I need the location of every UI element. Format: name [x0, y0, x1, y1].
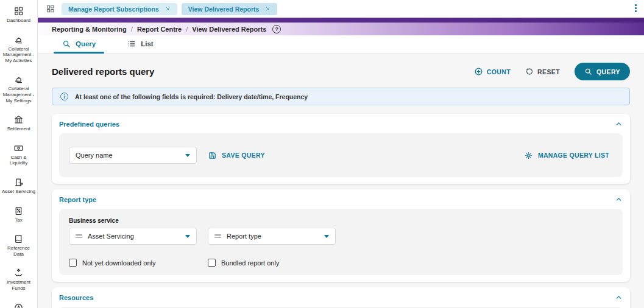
report-type-placeholder: Report type [227, 233, 319, 240]
collapse-chevron-up-icon[interactable] [615, 195, 623, 203]
query-button-label: QUERY [596, 68, 620, 75]
sidebar-item-label: Settlement [7, 126, 30, 132]
drag-handle-icon [214, 234, 221, 238]
sidebar-item-label: Dashboard [7, 18, 30, 24]
view-tabs: Query List [38, 35, 644, 54]
info-icon: i [60, 93, 68, 100]
bundled-report-checkbox-row[interactable]: Bundled report only [208, 259, 347, 267]
query-name-dropdown[interactable]: Query name [69, 147, 197, 164]
query-button[interactable]: QUERY [575, 63, 630, 80]
save-query-button[interactable]: SAVE QUERY [208, 151, 265, 160]
list-icon [127, 40, 136, 48]
sidebar-item-tax[interactable]: Tax [1, 203, 37, 226]
tax-document-icon [13, 206, 24, 216]
sidebar-item-label: Tax [15, 217, 22, 223]
collapse-chevron-up-icon[interactable] [615, 293, 623, 301]
sidebar-item-label: Asset Servicing [2, 189, 35, 195]
page-title: Delivered reports query [52, 66, 154, 77]
top-tab-bar: Manage Report Subscriptions View Deliver… [38, 0, 644, 18]
business-service-dropdown[interactable]: Asset Servicing [69, 228, 197, 245]
query-actions: COUNT RESET QUERY [474, 63, 630, 80]
door-plus-icon [13, 177, 24, 187]
reset-button-label: RESET [537, 68, 560, 75]
sidebar-item-dashboard[interactable]: Dashboard [1, 4, 37, 26]
report-type-dropdown[interactable]: Report type [208, 228, 336, 245]
save-icon [208, 151, 217, 160]
sidebar-item-label: Collateral Management - My Settings [2, 86, 36, 103]
reset-button[interactable]: RESET [525, 68, 560, 76]
dashboard-icon [13, 6, 24, 16]
bank-icon [13, 114, 24, 125]
kebab-menu-icon[interactable] [635, 4, 637, 12]
search-icon [584, 68, 592, 75]
business-service-label: Business service [69, 217, 613, 224]
breadcrumb-item[interactable]: Reporting & Monitoring [52, 26, 127, 33]
page-header: Delivered reports query COUNT RESET QUER… [52, 63, 630, 80]
close-icon[interactable] [165, 6, 171, 12]
business-service-value: Asset Servicing [88, 233, 180, 240]
report-type-panel: Business service Asset Servicing Report … [59, 209, 623, 275]
reset-icon [525, 68, 534, 76]
predefined-queries-title: Predefined queries [59, 121, 119, 128]
drag-handle-icon [76, 234, 82, 238]
count-button[interactable]: COUNT [474, 67, 511, 76]
breadcrumb: Reporting & Monitoring / Report Centre /… [38, 23, 644, 35]
predefined-queries-panel: Query name SAVE QUERY MANAGE QUERY LIST [59, 133, 623, 177]
report-type-card: Report type Business service Asset Servi… [52, 189, 630, 282]
caret-down-icon [185, 154, 190, 157]
help-icon[interactable]: ? [272, 25, 281, 33]
tab-label: View Delivered Reports [188, 5, 260, 13]
sidebar-item-asset-servicing[interactable]: Asset Servicing [1, 175, 37, 197]
plus-circle-icon [474, 67, 483, 76]
resources-card: Resources [52, 287, 630, 308]
collapse-chevron-up-icon[interactable] [615, 120, 623, 128]
compass-icon [13, 303, 24, 308]
sidebar-item-settlement[interactable]: Settlement [1, 112, 37, 135]
not-yet-downloaded-checkbox-row[interactable]: Not yet downloaded only [69, 259, 208, 267]
query-name-placeholder: Query name [76, 152, 180, 159]
breadcrumb-item-current: View Delivered Reports [192, 26, 266, 33]
manage-query-list-label: MANAGE QUERY LIST [538, 152, 609, 159]
collateral-house-icon [13, 74, 24, 85]
tab-query-label: Query [76, 40, 96, 47]
breadcrumb-bar: Reporting & Monitoring / Report Centre /… [38, 18, 644, 35]
not-yet-downloaded-label: Not yet downloaded only [82, 259, 155, 267]
collateral-house-icon [13, 35, 24, 45]
caret-down-icon [185, 235, 190, 238]
app-window: Dashboard Collateral Management - My Act… [0, 0, 644, 308]
report-type-title: Report type [59, 196, 96, 203]
tab-manage-report-subscriptions[interactable]: Manage Report Subscriptions [62, 3, 177, 15]
bundled-report-label: Bundled report only [221, 259, 279, 267]
tab-label: Manage Report Subscriptions [68, 5, 159, 13]
checkbox[interactable] [208, 259, 216, 267]
sidebar-item-label: Investment Funds [2, 279, 36, 291]
book-icon [13, 234, 24, 244]
banknote-icon [13, 143, 24, 153]
sidebar-item-label: Reference Data [2, 245, 36, 257]
sidebar: Dashboard Collateral Management - My Act… [0, 0, 38, 308]
tab-view-delivered-reports[interactable]: View Delivered Reports [182, 3, 278, 15]
sidebar-item-investment-funds[interactable]: Investment Funds [1, 265, 37, 293]
apps-grid-icon[interactable] [46, 4, 55, 13]
breadcrumb-separator: / [186, 26, 188, 33]
close-icon[interactable] [265, 6, 271, 12]
sidebar-item-collateral-activities[interactable]: Collateral Management - My Activities [1, 32, 37, 66]
count-button-label: COUNT [487, 68, 511, 75]
main-content: Delivered reports query COUNT RESET QUER… [38, 54, 644, 308]
checkbox[interactable] [69, 259, 77, 267]
predefined-queries-card: Predefined queries Query name SAVE QUERY… [52, 114, 630, 184]
sidebar-item-collateral-settings[interactable]: Collateral Management - My Settings [1, 72, 37, 106]
caret-down-icon [324, 235, 329, 238]
sidebar-item-label: Cash & Liquidity [2, 155, 36, 166]
tab-list[interactable]: List [127, 40, 153, 53]
save-query-label: SAVE QUERY [222, 152, 265, 159]
resources-title: Resources [59, 294, 93, 301]
breadcrumb-item[interactable]: Report Centre [137, 26, 182, 33]
sparkle-hands-icon [13, 268, 24, 278]
sidebar-item-fund-compass[interactable]: Fund Compass [1, 300, 37, 308]
tab-query[interactable]: Query [62, 40, 96, 53]
breadcrumb-separator: / [131, 26, 133, 33]
sidebar-item-cash-liquidity[interactable]: Cash & Liquidity [1, 141, 37, 169]
sidebar-item-reference-data[interactable]: Reference Data [1, 231, 37, 259]
manage-query-list-button[interactable]: MANAGE QUERY LIST [524, 151, 609, 160]
